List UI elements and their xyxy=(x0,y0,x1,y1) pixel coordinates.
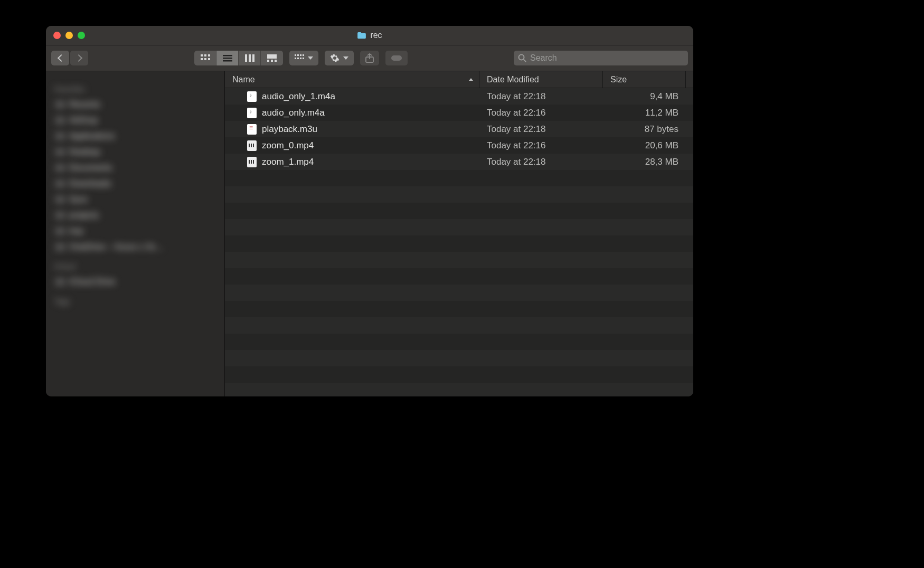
file-row[interactable]: zoom_0.mp4Today at 22:1620,6 MB xyxy=(225,137,693,154)
sidebar-item[interactable]: Applications xyxy=(53,128,224,144)
sidebar-item-icon xyxy=(55,148,65,156)
empty-row xyxy=(225,219,693,235)
chevron-left-icon xyxy=(57,54,64,62)
empty-row xyxy=(225,317,693,334)
empty-row xyxy=(225,235,693,252)
file-row[interactable]: playback.m3uToday at 22:1887 bytes xyxy=(225,121,693,137)
column-header-size[interactable]: Size xyxy=(603,71,686,88)
empty-row xyxy=(225,285,693,301)
sidebar-item[interactable]: Recents xyxy=(53,97,224,112)
video-file-icon xyxy=(247,157,257,167)
sidebar-item-label: AirDrop xyxy=(69,116,98,125)
view-gallery-button[interactable] xyxy=(261,51,283,65)
column-header-size-label: Size xyxy=(610,75,627,84)
share-button[interactable] xyxy=(360,51,379,65)
playlist-file-icon xyxy=(247,124,257,135)
gallery-icon xyxy=(267,54,277,62)
sidebar-item-icon xyxy=(55,180,65,187)
file-listing: Name Date Modified Size audio_only_1.m4a… xyxy=(225,71,693,396)
svg-rect-5 xyxy=(208,58,210,60)
search-field[interactable] xyxy=(514,51,688,65)
traffic-lights xyxy=(46,32,85,39)
sidebar-item-icon xyxy=(55,101,65,108)
empty-row xyxy=(225,203,693,219)
file-name: audio_only.m4a xyxy=(262,108,325,118)
empty-row xyxy=(225,252,693,268)
sidebar-item[interactable]: tmp xyxy=(53,223,224,239)
sidebar-item[interactable]: Sync xyxy=(53,192,224,207)
chevron-down-icon xyxy=(343,56,348,60)
file-date: Today at 22:18 xyxy=(479,124,603,135)
column-header-row: Name Date Modified Size xyxy=(225,71,693,88)
file-row[interactable]: audio_only.m4aToday at 22:1611,2 MB xyxy=(225,105,693,121)
forward-button[interactable] xyxy=(70,51,88,65)
file-date: Today at 22:18 xyxy=(479,157,603,167)
column-header-date[interactable]: Date Modified xyxy=(479,71,603,88)
svg-rect-25 xyxy=(391,55,402,61)
svg-rect-10 xyxy=(249,54,251,62)
svg-rect-1 xyxy=(204,54,206,56)
back-button[interactable] xyxy=(51,51,69,65)
file-size: 11,2 MB xyxy=(603,108,686,118)
view-columns-button[interactable] xyxy=(239,51,261,65)
sidebar-item-icon xyxy=(55,117,65,124)
sidebar-item[interactable]: Desktop xyxy=(53,144,224,160)
zoom-button[interactable] xyxy=(78,32,85,39)
svg-rect-17 xyxy=(297,54,299,56)
sidebar-item[interactable]: OneDrive – Xxxxx x Xx… xyxy=(53,239,224,255)
svg-rect-20 xyxy=(295,58,296,59)
folder-icon xyxy=(357,32,366,39)
window-body: FavoritesRecentsAirDropApplicationsDeskt… xyxy=(46,71,693,396)
sidebar-item[interactable]: AirDrop xyxy=(53,112,224,128)
file-row[interactable]: audio_only_1.m4aToday at 22:189,4 MB xyxy=(225,88,693,105)
window-title-text: rec xyxy=(370,31,382,40)
view-icons-button[interactable] xyxy=(194,51,216,65)
file-date: Today at 22:16 xyxy=(479,140,603,151)
file-size: 20,6 MB xyxy=(603,140,686,151)
file-row[interactable]: zoom_1.mp4Today at 22:1828,3 MB xyxy=(225,154,693,170)
svg-rect-2 xyxy=(208,54,210,56)
close-button[interactable] xyxy=(53,32,61,39)
svg-rect-3 xyxy=(201,58,203,60)
sidebar-item-label: iCloud Drive xyxy=(69,277,115,287)
sidebar-item-icon xyxy=(55,243,65,251)
window-title: rec xyxy=(46,31,693,40)
action-menu-button[interactable] xyxy=(325,51,354,65)
sidebar-item[interactable]: Documents xyxy=(53,160,224,176)
sidebar-item-label: projects xyxy=(69,211,99,220)
svg-rect-18 xyxy=(300,54,301,56)
sidebar-item[interactable]: Downloads xyxy=(53,176,224,192)
file-size: 9,4 MB xyxy=(603,91,686,102)
empty-row xyxy=(225,383,693,396)
empty-row xyxy=(225,366,693,383)
svg-point-26 xyxy=(519,55,524,60)
column-header-name[interactable]: Name xyxy=(225,71,479,88)
group-by-button[interactable] xyxy=(289,51,318,65)
sidebar-item[interactable]: iCloud Drive xyxy=(53,274,224,290)
svg-rect-7 xyxy=(223,58,232,59)
chevron-right-icon xyxy=(74,54,82,62)
minimize-button[interactable] xyxy=(65,32,73,39)
column-header-date-label: Date Modified xyxy=(487,75,539,84)
view-switcher xyxy=(194,51,283,65)
svg-rect-11 xyxy=(252,54,254,62)
svg-rect-14 xyxy=(271,60,273,62)
svg-rect-0 xyxy=(201,54,203,56)
grid-icon xyxy=(201,54,210,62)
sidebar-item-label: Downloads xyxy=(69,179,111,188)
chevron-down-icon xyxy=(308,56,313,60)
share-icon xyxy=(365,53,374,63)
group-icon xyxy=(295,54,304,62)
file-date: Today at 22:18 xyxy=(479,91,603,102)
audio-file-icon xyxy=(247,108,257,118)
tag-icon xyxy=(391,54,402,62)
sidebar-section-label: iCloud xyxy=(54,262,224,271)
audio-file-icon xyxy=(247,91,257,102)
sidebar-item[interactable]: projects xyxy=(53,207,224,223)
svg-rect-13 xyxy=(267,60,269,62)
svg-rect-15 xyxy=(275,60,277,62)
edit-tags-button[interactable] xyxy=(385,51,408,65)
view-list-button[interactable] xyxy=(216,51,239,65)
search-input[interactable] xyxy=(530,53,684,63)
file-size: 28,3 MB xyxy=(603,157,686,167)
